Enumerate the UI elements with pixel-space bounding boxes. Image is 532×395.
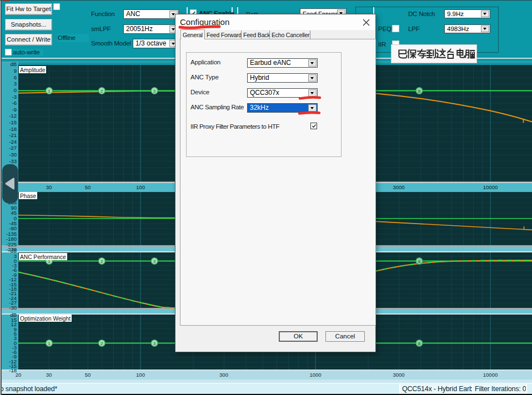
- svg-text:300: 300: [219, 372, 228, 378]
- svg-text:0: 0: [14, 87, 17, 93]
- svg-text:6: 6: [14, 74, 17, 80]
- svg-text:30: 30: [46, 372, 52, 378]
- svg-text:dB: dB: [10, 62, 17, 67]
- svg-text:Amplitude: Amplitude: [20, 67, 46, 73]
- svg-text:-3: -3: [12, 94, 17, 100]
- svg-text:8: 8: [418, 89, 421, 94]
- svg-text:10000: 10000: [483, 184, 498, 190]
- svg-text:3: 3: [14, 80, 17, 87]
- svg-text:-18: -18: [9, 367, 17, 373]
- svg-text:-15: -15: [9, 119, 17, 125]
- svg-text:Phase: Phase: [20, 193, 36, 199]
- svg-text:1: 1: [48, 341, 51, 346]
- svg-text:-30: -30: [9, 305, 17, 311]
- svg-text:8: 8: [418, 341, 421, 346]
- svg-text:3: 3: [153, 341, 156, 346]
- svg-text:3: 3: [153, 259, 156, 264]
- svg-text:2: 2: [101, 341, 103, 346]
- svg-text:8: 8: [418, 259, 421, 264]
- svg-text:30: 30: [46, 184, 52, 190]
- svg-text:9: 9: [14, 68, 17, 74]
- svg-text:Optimization Weight: Optimization Weight: [20, 316, 71, 322]
- svg-text:3000: 3000: [393, 372, 404, 378]
- svg-text:-18: -18: [9, 126, 17, 132]
- svg-text:-30: -30: [9, 151, 17, 158]
- svg-text:10000: 10000: [483, 372, 498, 378]
- svg-text:50: 50: [85, 184, 91, 190]
- svg-text:3: 3: [153, 89, 156, 94]
- svg-text:-12: -12: [9, 113, 17, 119]
- svg-text:-33: -33: [9, 158, 17, 164]
- svg-text:ANC Performance: ANC Performance: [20, 254, 66, 260]
- svg-text:-27: -27: [9, 145, 17, 151]
- svg-text:100: 100: [136, 372, 145, 378]
- svg-text:1: 1: [48, 89, 51, 94]
- svg-text:3000: 3000: [393, 184, 404, 190]
- svg-text:-21: -21: [9, 132, 17, 138]
- svg-text:2: 2: [101, 89, 103, 94]
- svg-text:-24: -24: [9, 139, 17, 145]
- svg-text:-9: -9: [12, 107, 17, 113]
- svg-text:2: 2: [101, 259, 103, 264]
- svg-text:100: 100: [136, 184, 145, 190]
- svg-text:1000: 1000: [309, 372, 321, 378]
- svg-text:50: 50: [85, 372, 91, 378]
- svg-text:-6: -6: [12, 100, 17, 106]
